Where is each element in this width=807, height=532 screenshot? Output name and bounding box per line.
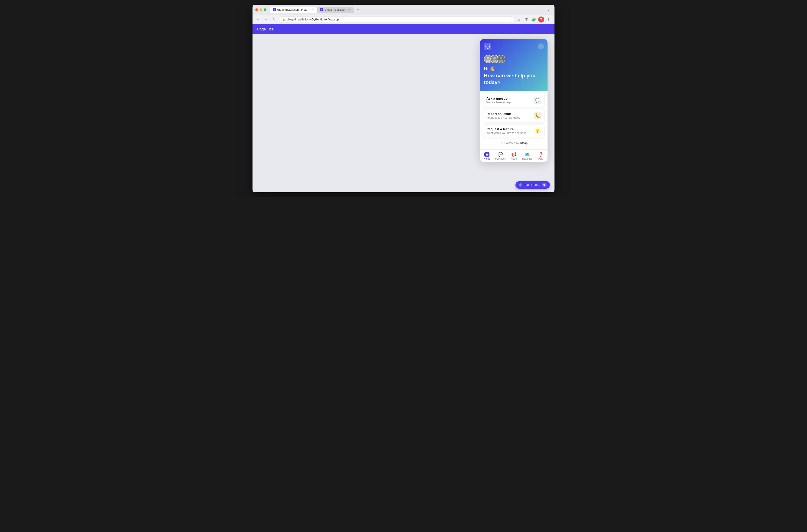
home-icon: 🏠 [484,152,489,157]
nav-home[interactable]: 🏠 Home [480,151,494,161]
toolbar-right: ☆ ⓘ 🧩 T ⋮ [516,17,552,22]
nav-messages[interactable]: 💬 Messages [494,151,507,161]
widget-header: × Hi 👋 How can we help you today? [480,39,547,91]
request-feature-subtitle: What would you like to see next? [486,132,534,135]
powered-by: ⚡ Powered by Gleap [483,140,545,147]
report-issue-subtitle: Found a bug? Let us know. [486,116,534,119]
nav-roadmap-label: Roadmap [522,157,532,160]
tab-close-2[interactable]: × [347,8,351,12]
svg-point-4 [493,60,497,62]
svg-point-0 [486,44,489,48]
news-icon: 📢 [511,152,516,157]
request-feature-title: Request a feature [486,127,534,131]
info-icon[interactable]: ⓘ [523,17,530,22]
nav-news[interactable]: 📢 News [507,151,521,161]
report-issue-icon: 🐛 [534,112,541,119]
svg-point-6 [499,60,503,62]
browser-window: G Gleap Installation - FlutterFlo... × G… [252,5,555,192]
page-title: Page Title [257,27,274,31]
svg-point-2 [486,60,490,62]
nav-news-label: News [511,157,517,160]
url-bar[interactable]: 🔒 gleap-installation-o5yt9a.flutterflow.… [279,16,514,23]
report-issue-option[interactable]: Report an issue Found a bug? Let us know… [483,109,545,122]
svg-point-3 [494,57,496,59]
nav-roadmap[interactable]: 🗺️ Roadmap [521,151,534,161]
roadmap-icon: 🗺️ [525,152,530,157]
page-content: × Hi 👋 How can we help you today? [252,34,555,192]
gleap-widget: × Hi 👋 How can we help you today? [480,39,547,162]
widget-body: Ask a question We are here to help. 💬 Re… [480,91,547,149]
help-icon: ❓ [538,152,543,157]
widget-greeting: Hi 👋 [484,66,544,72]
ask-question-subtitle: We are here to help. [486,101,534,104]
report-issue-title: Report an issue [486,112,534,116]
request-feature-option[interactable]: Request a feature What would you like to… [483,124,545,138]
nav-messages-label: Messages [495,157,506,160]
request-feature-icon: 💡 [534,127,541,135]
new-tab-button[interactable]: + [355,7,361,13]
nav-help-label: Help [538,157,543,160]
widget-question: How can we help you today? [484,73,544,86]
profile-avatar[interactable]: T [538,17,544,22]
close-window-button[interactable] [255,8,258,11]
menu-button[interactable]: ⋮ [546,17,552,22]
tab-label-2: Gleap Installation [325,8,346,12]
widget-top-bar: × [484,43,544,50]
browser-tab-1[interactable]: G Gleap Installation - FlutterFlo... × [270,7,316,13]
window-controls-button[interactable]: ⌄ [546,7,552,13]
extension-icon[interactable]: 🧩 [531,17,537,22]
ask-question-option[interactable]: Ask a question We are here to help. 💬 [483,94,545,107]
nav-help[interactable]: ❓ Help [534,151,547,161]
nav-home-label: Home [484,157,490,160]
gleap-logo [484,43,491,50]
request-feature-text: Request a feature What would you like to… [486,127,534,135]
traffic-lights [255,8,266,11]
built-in-flutter-badge[interactable]: ⚙️ Built in Flutt... ▾ [516,181,550,189]
bookmark-icon[interactable]: ☆ [516,17,522,22]
report-issue-text: Report an issue Found a bug? Let us know… [486,112,534,119]
address-bar: ← → ↻ 🔒 gleap-installation-o5yt9a.flutte… [252,15,555,24]
url-text: gleap-installation-o5yt9a.flutterflow.ap… [287,18,339,21]
tab-close-1[interactable]: × [311,8,314,12]
flutter-icon: ⚙️ [519,183,522,187]
minimize-window-button[interactable] [260,8,262,11]
browser-tab-2[interactable]: G Gleap Installation × [317,7,353,13]
messages-icon: 💬 [498,152,503,157]
tab-favicon-2: G [320,8,323,12]
badge-arrow-icon: ▾ [542,183,546,187]
title-bar: G Gleap Installation - FlutterFlo... × G… [252,5,555,15]
url-security-icon: 🔒 [282,18,285,21]
ask-question-title: Ask a question [486,97,534,100]
ask-question-text: Ask a question We are here to help. [486,97,534,104]
page-header: Page Title [252,24,555,34]
tab-favicon-1: G [273,8,276,12]
widget-nav: 🏠 Home 💬 Messages 📢 News 🗺️ Roadmap [480,149,547,162]
ask-question-icon: 💬 [534,97,541,104]
tabs-bar: G Gleap Installation - FlutterFlo... × G… [270,7,544,13]
reload-button[interactable]: ↻ [271,17,277,22]
avatar-3 [497,55,505,63]
maximize-window-button[interactable] [264,8,266,11]
built-badge-label: Built in Flutt... [524,183,541,187]
forward-button[interactable]: → [263,17,269,22]
tab-label-1: Gleap Installation - FlutterFlo... [277,8,310,12]
widget-avatars [484,55,544,63]
widget-close-button[interactable]: × [538,43,544,50]
svg-point-5 [500,57,502,59]
back-button[interactable]: ← [255,17,261,22]
svg-point-1 [487,57,489,59]
